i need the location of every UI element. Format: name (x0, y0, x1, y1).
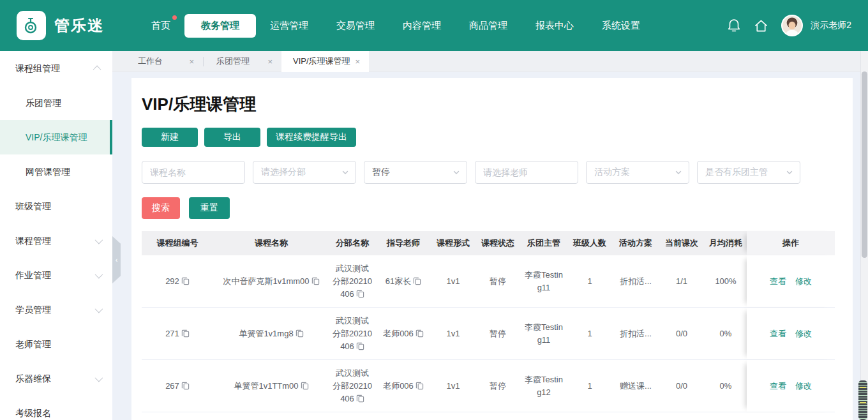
copy-icon[interactable] (301, 382, 309, 390)
copy-icon[interactable] (415, 329, 424, 338)
nav-item-label: 系统设置 (602, 20, 640, 31)
nav-item-1[interactable]: 首页 (137, 14, 184, 38)
copy-icon[interactable] (415, 382, 424, 390)
column-header-10: 当前课次 (659, 231, 705, 255)
bell-icon[interactable] (727, 18, 741, 33)
edit-link[interactable]: 修改 (795, 327, 812, 340)
cell-text: 0% (720, 327, 732, 340)
filter-select-3[interactable]: 暂停 (364, 161, 467, 184)
column-header-9: 活动方案 (613, 231, 659, 255)
cell-text: 李霞Testing11 (523, 321, 564, 347)
nav-item-label: 商品管理 (469, 20, 507, 31)
sidebar-item-label: 班级管理 (15, 189, 51, 223)
cell-course-status: 暂停 (475, 308, 521, 359)
tab-close-icon[interactable]: × (189, 57, 194, 66)
cell-text: 赠送课... (620, 380, 652, 393)
user-avatar[interactable] (781, 15, 803, 36)
tab-close-icon[interactable]: × (267, 57, 273, 66)
nav-item-8[interactable]: 系统设置 (588, 14, 654, 38)
sidebar-item-label: VIP/乐理课管理 (26, 120, 87, 154)
search-reset-row: 搜索 重置 (142, 197, 842, 219)
sidebar-collapse-handle[interactable]: ‹ (112, 236, 121, 283)
column-header-12: 操作 (747, 231, 835, 255)
current-user-name[interactable]: 演示老师2 (811, 20, 851, 31)
sidebar-item-4[interactable]: 网管课管理 (0, 154, 112, 189)
chevron-down-icon (95, 373, 103, 382)
tab-label: 工作台 (138, 56, 183, 67)
nav-item-7[interactable]: 报表中心 (521, 14, 588, 38)
tab-1[interactable]: 工作台× (125, 51, 203, 72)
sidebar-item-3[interactable]: VIP/乐理课管理 (0, 120, 112, 154)
cell-activity-plan: 赠送课... (613, 360, 659, 412)
filter-input-4[interactable] (475, 161, 578, 184)
home-icon[interactable] (754, 19, 768, 33)
sidebar-item-7[interactable]: 作业管理 (0, 258, 112, 292)
cell-course-id: 292 (142, 255, 213, 307)
sidebar-item-11[interactable]: 考级报名 (0, 396, 112, 420)
sidebar-item-label: 网管课管理 (26, 154, 70, 189)
nav-item-label: 首页 (151, 20, 170, 31)
sidebar-item-8[interactable]: 学员管理 (0, 292, 112, 327)
reset-button[interactable]: 重置 (189, 197, 230, 219)
table-body: 292次中音萨克斯1v1mm00武汉测试分部2021040661家长1v1暂停李… (142, 255, 835, 412)
scrollbar-thumb[interactable] (862, 71, 867, 258)
action-button-1[interactable]: 新建 (142, 128, 198, 147)
filter-select-2[interactable]: 请选择分部 (253, 161, 356, 184)
view-link[interactable]: 查看 (770, 380, 786, 393)
minimap-widget[interactable] (858, 380, 867, 420)
copy-icon[interactable] (296, 329, 304, 338)
nav-item-4[interactable]: 交易管理 (322, 14, 389, 38)
cell-text: 1/1 (676, 275, 687, 288)
copy-icon[interactable] (181, 277, 190, 285)
tab-3[interactable]: VIP/乐理课管理× (281, 51, 369, 72)
cell-text: 折扣活... (620, 275, 652, 288)
cell-course-name: 次中音萨克斯1v1mm00 (213, 255, 329, 307)
cell-class-size: 1 (567, 360, 613, 412)
cell-text: 1 (587, 327, 592, 340)
edit-link[interactable]: 修改 (795, 380, 812, 393)
filter-select-5[interactable]: 活动方案 (586, 161, 689, 184)
sidebar-item-9[interactable]: 老师管理 (0, 327, 112, 361)
filter-text-input[interactable] (483, 167, 571, 177)
view-link[interactable]: 查看 (770, 327, 786, 340)
tab-2[interactable]: 乐团管理× (204, 51, 281, 72)
sidebar-item-5[interactable]: 班级管理 (0, 189, 112, 223)
sidebar-item-2[interactable]: 乐团管理 (0, 86, 112, 120)
nav-item-label: 教务管理 (201, 20, 239, 31)
edit-link[interactable]: 修改 (795, 275, 812, 288)
sidebar-item-6[interactable]: 课程管理 (0, 223, 112, 258)
action-button-3[interactable]: 课程续费提醒导出 (267, 128, 356, 147)
view-link[interactable]: 查看 (770, 275, 786, 288)
sidebar-item-10[interactable]: 乐器维保 (0, 361, 112, 396)
app-name: 管乐迷 (54, 15, 104, 36)
main-menu: 首页教务管理运营管理交易管理内容管理商品管理报表中心系统设置 (137, 14, 654, 38)
table-row: 292次中音萨克斯1v1mm00武汉测试分部2021040661家长1v1暂停李… (142, 255, 835, 308)
nav-item-6[interactable]: 商品管理 (455, 14, 521, 38)
filter-select-6[interactable]: 是否有乐团主管 (697, 161, 800, 184)
copy-icon[interactable] (356, 290, 364, 298)
filter-input-1[interactable] (142, 161, 245, 184)
copy-icon[interactable] (181, 382, 190, 390)
copy-icon[interactable] (356, 342, 364, 350)
nav-item-2[interactable]: 教务管理 (184, 14, 256, 38)
main-layout: 课程组管理乐团管理VIP/乐理课管理网管课管理班级管理课程管理作业管理学员管理老… (0, 51, 868, 420)
nav-item-3[interactable]: 运营管理 (256, 14, 322, 38)
action-button-2[interactable]: 导出 (204, 128, 260, 147)
cell-text: 李霞Testing11 (523, 269, 564, 294)
cell-actions: 查看修改 (747, 308, 835, 359)
cell-course-id: 271 (142, 308, 213, 359)
filter-text-input[interactable] (150, 167, 238, 177)
copy-icon[interactable] (413, 277, 421, 285)
copy-icon[interactable] (311, 277, 320, 285)
copy-icon[interactable] (181, 329, 190, 338)
chevron-down-icon (95, 236, 103, 244)
sidebar-item-1[interactable]: 课程组管理 (0, 51, 112, 86)
copy-icon[interactable] (356, 394, 364, 403)
nav-item-label: 运营管理 (270, 20, 308, 31)
nav-item-5[interactable]: 内容管理 (389, 14, 455, 38)
cell-course-form: 1v1 (431, 308, 475, 359)
open-tabs-bar: 工作台×乐团管理×VIP/乐理课管理× (112, 51, 868, 72)
cell-text: 1 (587, 380, 592, 393)
tab-close-icon[interactable]: × (355, 57, 361, 66)
search-button[interactable]: 搜索 (142, 197, 180, 219)
